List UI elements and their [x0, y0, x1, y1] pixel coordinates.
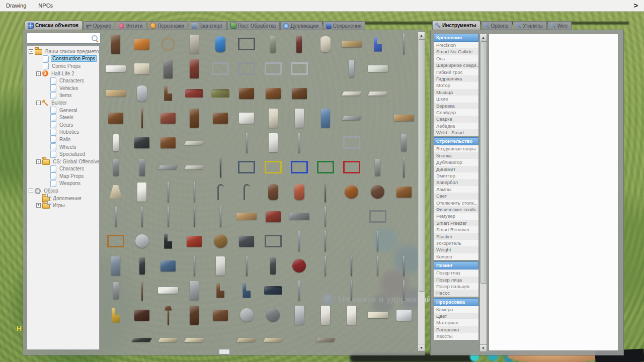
- prop-cell[interactable]: [103, 204, 129, 229]
- tab-characters[interactable]: Персонажи: [147, 21, 188, 30]
- tool-item[interactable]: Слайдер: [434, 109, 478, 116]
- prop-cell[interactable]: [129, 229, 155, 253]
- prop-cell[interactable]: [233, 81, 260, 106]
- tool-item[interactable]: Сварка: [434, 116, 478, 122]
- tool-item[interactable]: Веревка: [434, 103, 478, 109]
- prop-cell[interactable]: [260, 81, 286, 106]
- expander-icon[interactable]: -: [29, 189, 33, 193]
- prop-cell[interactable]: [103, 130, 129, 155]
- menubar-chevron[interactable]: >: [633, 0, 638, 11]
- tree-item[interactable]: Steels: [27, 114, 99, 121]
- tool-item[interactable]: Smart Freezer: [434, 220, 478, 226]
- prop-cell[interactable]: [155, 303, 181, 327]
- tree-item[interactable]: Characters: [27, 165, 99, 173]
- expander-icon[interactable]: -: [29, 49, 33, 54]
- prop-cell[interactable]: [155, 32, 181, 56]
- scroll-down-icon[interactable]: ▼: [418, 344, 425, 351]
- prop-cell[interactable]: [207, 155, 233, 179]
- prop-cell[interactable]: [207, 229, 233, 253]
- prop-cell[interactable]: [312, 106, 339, 130]
- prop-cell[interactable]: [286, 81, 312, 106]
- tool-item[interactable]: Лебёдка: [434, 123, 478, 129]
- prop-cell[interactable]: [339, 253, 365, 278]
- tool-item[interactable]: Weight: [434, 246, 478, 253]
- tool-scrollbar[interactable]: ▲ ▼: [479, 34, 487, 352]
- prop-cell[interactable]: [391, 179, 417, 204]
- prop-cell[interactable]: [181, 155, 207, 179]
- prop-cell[interactable]: [129, 179, 155, 204]
- tool-item[interactable]: Гибкий трос: [434, 69, 478, 75]
- tool-item[interactable]: Precision: [434, 42, 478, 48]
- tool-item[interactable]: Воздушные шары: [434, 145, 478, 152]
- prop-cell[interactable]: [260, 106, 286, 130]
- menu-item[interactable]: NPCs: [32, 0, 59, 11]
- prop-cell[interactable]: [339, 179, 365, 204]
- prop-cell[interactable]: [365, 32, 391, 56]
- prop-cell[interactable]: [365, 155, 391, 179]
- prop-cell[interactable]: [207, 32, 233, 56]
- prop-cell[interactable]: [260, 229, 286, 253]
- prop-cell[interactable]: [129, 278, 155, 303]
- tool-item[interactable]: Мотор: [434, 82, 478, 88]
- prop-cell[interactable]: [155, 229, 181, 253]
- tab-object-lists[interactable]: Списки объектов: [25, 21, 83, 30]
- prop-cell[interactable]: [103, 278, 129, 303]
- prop-cell[interactable]: [260, 130, 286, 155]
- prop-cell[interactable]: [155, 81, 181, 106]
- prop-cell[interactable]: [365, 303, 391, 327]
- tree-item[interactable]: Gears: [27, 121, 99, 129]
- prop-cell[interactable]: [260, 278, 286, 303]
- prop-cell[interactable]: [286, 204, 312, 229]
- prop-cell[interactable]: [233, 130, 260, 155]
- tab-tools[interactable]: Инструменты: [432, 21, 480, 30]
- prop-cell[interactable]: [181, 327, 207, 351]
- tool-item[interactable]: Материал: [434, 319, 478, 326]
- tool-item[interactable]: Позер глаз: [434, 269, 478, 276]
- prop-cell[interactable]: [286, 155, 312, 179]
- prop-cell[interactable]: [207, 106, 233, 130]
- prop-cell[interactable]: [103, 32, 129, 56]
- prop-cell[interactable]: [260, 179, 286, 204]
- prop-cell[interactable]: [129, 204, 155, 229]
- scroll-up-icon[interactable]: ▲: [418, 32, 425, 39]
- prop-cell[interactable]: [233, 32, 260, 56]
- tool-item[interactable]: Раскраска: [434, 326, 478, 333]
- prop-cell[interactable]: [129, 253, 155, 278]
- prop-cell[interactable]: [129, 56, 155, 81]
- tab-saves[interactable]: Сохранения: [323, 21, 365, 30]
- prop-cell[interactable]: [103, 155, 129, 179]
- prop-cell[interactable]: [339, 278, 365, 303]
- tree-item[interactable]: Robotics: [27, 129, 99, 136]
- prop-cell[interactable]: [233, 229, 260, 253]
- prop-cell[interactable]: [181, 81, 207, 106]
- prop-cell[interactable]: [181, 56, 207, 81]
- tool-item[interactable]: Smart Remover: [434, 226, 478, 233]
- prop-scrollbar[interactable]: ▲ ▼: [418, 32, 425, 351]
- menu-item[interactable]: Drawing: [0, 0, 32, 11]
- tree-item[interactable]: -Ваши списки предметов: [27, 48, 99, 55]
- prop-cell[interactable]: [286, 56, 312, 81]
- prop-cell[interactable]: [312, 179, 339, 204]
- prop-cell[interactable]: [365, 253, 391, 278]
- prop-cell[interactable]: [391, 155, 417, 179]
- prop-cell[interactable]: [339, 56, 365, 81]
- tab-utilities[interactable]: Утилиты: [513, 21, 547, 30]
- prop-cell[interactable]: [207, 81, 233, 106]
- prop-cell[interactable]: [103, 81, 129, 106]
- prop-cell[interactable]: [129, 106, 155, 130]
- prop-cell[interactable]: [155, 179, 181, 204]
- prop-cell[interactable]: [286, 106, 312, 130]
- tree-item[interactable]: Map Props: [27, 172, 99, 180]
- tool-item[interactable]: Динамит: [434, 166, 478, 172]
- tool-item[interactable]: Позер пальцев: [434, 283, 478, 290]
- prop-cell[interactable]: [233, 155, 260, 179]
- prop-cell[interactable]: [365, 81, 391, 106]
- tool-item[interactable]: Физические свойс...: [434, 206, 478, 213]
- tool-item[interactable]: Ховербол: [434, 179, 478, 186]
- prop-cell[interactable]: [365, 56, 391, 81]
- expander-icon[interactable]: -: [36, 101, 41, 105]
- prop-cell[interactable]: [339, 130, 365, 155]
- tool-item[interactable]: Ремувер: [434, 213, 478, 219]
- prop-cell[interactable]: [155, 56, 181, 81]
- tab-entities[interactable]: Энтити: [116, 21, 146, 30]
